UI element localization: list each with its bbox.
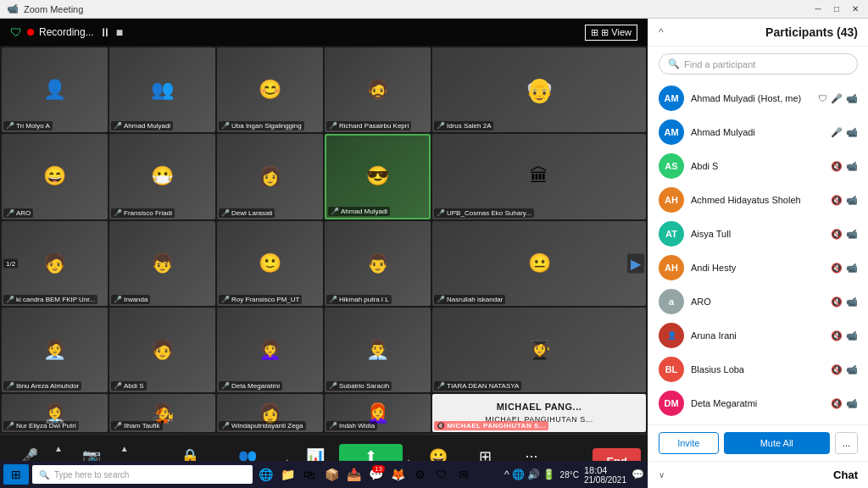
video-cell: 🧑‍💼 🎤 Ibnu Areza Almuhdor	[2, 308, 108, 392]
taskbar-badge-icon[interactable]: 13 💬	[366, 465, 385, 484]
mic-muted-icon: 🔇	[831, 398, 843, 409]
video-cell: 👨‍💼 🎤 Subatrio Saracih	[325, 308, 431, 392]
taskbar-folder-icon[interactable]: 📁	[278, 465, 297, 484]
video-cell: 🧑 🎤 Abdi S	[109, 308, 215, 392]
participant-name: Deta Megaratmi	[691, 398, 824, 408]
taskbar-search[interactable]: 🔍 Type here to search	[32, 465, 253, 484]
recording-pause-button[interactable]: ⏸	[99, 25, 111, 39]
mic-muted-icon: 🎤	[437, 209, 445, 217]
list-item[interactable]: AH Andi Hesty 🔇 📹	[648, 251, 868, 285]
sidebar-collapse-icon[interactable]: ^	[659, 26, 664, 38]
avatar: DM	[659, 391, 684, 416]
taskbar-store-icon[interactable]: 🛍	[300, 465, 319, 484]
mic-muted-icon: 🎤	[114, 296, 122, 303]
sidebar-header: ^ Participants (43)	[648, 19, 868, 47]
taskbar-temperature: 28°C	[560, 470, 579, 480]
mic-muted-icon: 🎤	[6, 209, 14, 217]
mic-muted-icon: 🔇	[831, 263, 843, 274]
list-item[interactable]: AH Achmed Hidayatus Sholeh 🔇 📹	[648, 183, 868, 217]
recording-stop-button[interactable]: ■	[116, 25, 123, 39]
taskbar-edge-icon[interactable]: 🌐	[256, 465, 275, 484]
video-cell: 🏛 🎤 UPB_Cosmas Eko Suhary...	[432, 134, 646, 219]
participant-name: ARO	[691, 297, 824, 307]
close-button[interactable]: ✕	[849, 3, 861, 15]
mic-muted-icon: 🎤	[114, 122, 122, 130]
video-grid: 👤 🎤 Tri Molyo A 👥 🎤 Ahmad Mulyadi 😊 🎤 Ub…	[0, 46, 648, 434]
taskbar-clock: 18:04 21/08/2021	[584, 465, 626, 485]
video-cell: 👩 🎤 Dewi Larasati	[217, 134, 323, 219]
chat-section[interactable]: ∨ Chat	[648, 461, 868, 488]
date-display: 21/08/2021	[584, 475, 626, 485]
list-item[interactable]: AS Abdi S 🔇 📹	[648, 149, 868, 183]
video-cell: 👩‍🎓 🎤 TIARA DEAN NATASYA	[432, 308, 646, 392]
video-cell: 👩 🎤 Windaputridayanti Zega	[217, 394, 323, 432]
taskbar-app-icon[interactable]: 📦	[322, 465, 341, 484]
mic-muted-icon: 🎤	[437, 122, 445, 130]
mic-muted-icon: 🔇	[831, 364, 843, 375]
avatar: AT	[659, 221, 684, 247]
avatar: a	[659, 289, 684, 314]
notification-icon[interactable]: 💬	[632, 469, 644, 480]
recording-label: Recording...	[39, 26, 94, 38]
search-icon: 🔍	[39, 470, 49, 480]
more-options-button[interactable]: ...	[835, 432, 858, 454]
list-item[interactable]: AM Ahmad Mulyadi (Host, me) 🛡 🎤 📹	[648, 81, 868, 115]
search-icon: 🔍	[668, 58, 680, 69]
taskbar-browser-icon[interactable]: 🦊	[388, 465, 407, 484]
mic-muted-icon: 🎤	[329, 296, 337, 303]
participant-name: Blasius Loba	[691, 364, 824, 374]
list-item[interactable]: a ARO 🔇 📹	[648, 285, 868, 319]
participant-name: Aruna Irani	[691, 330, 824, 341]
host-shield-icon: 🛡	[818, 93, 827, 103]
list-item[interactable]: AT Aisya Tull 🔇 📹	[648, 217, 868, 251]
taskbar-mail-icon[interactable]: ✉	[454, 465, 473, 484]
list-item[interactable]: BL Blasius Loba 🔇 📹	[648, 352, 868, 386]
video-cell: 👦 🎤 Irwanda	[109, 221, 215, 306]
video-cell: 🙂 🎤 Roy Fransisco PM_UT	[217, 221, 323, 306]
avatar: AM	[659, 86, 684, 111]
title-bar: 📹 Zoom Meeting ─ □ ✕	[0, 0, 868, 19]
mic-muted-icon: 🔇	[831, 297, 843, 308]
mute-all-button[interactable]: Mute All	[724, 432, 830, 454]
window-title: Zoom Meeting	[24, 4, 83, 14]
start-button[interactable]: ⊞	[3, 464, 29, 485]
mic-muted-icon: 🔇	[831, 330, 843, 341]
mic-icon: 🎤	[831, 127, 843, 138]
invite-button[interactable]: Invite	[659, 432, 719, 454]
mic-muted-icon: 🎤	[6, 296, 14, 303]
mic-muted-icon: 🔇	[831, 195, 843, 206]
mic-muted-icon: 🎤	[114, 422, 122, 430]
video-off-icon: 📹	[846, 398, 858, 409]
video-cell-michael: MICHAEL PANG...MICHAEL PANGIHUTAN S... 🔇…	[432, 394, 646, 432]
taskbar-settings-icon[interactable]: ⚙	[410, 465, 429, 484]
video-cell: 👴 🎤 Idrus Saleh 2A	[432, 47, 646, 132]
participant-name: Ahmad Mulyadi (Host, me)	[691, 93, 811, 103]
taskbar-dropbox-icon[interactable]: 📥	[344, 465, 363, 484]
avatar: AM	[659, 119, 684, 145]
participant-name: Andi Hesty	[691, 263, 824, 273]
participants-sidebar: ^ Participants (43) 🔍 Find a participant…	[648, 19, 868, 488]
participant-search[interactable]: 🔍 Find a participant	[659, 53, 858, 75]
mic-muted-icon: 🎤	[329, 422, 337, 430]
video-cell-active: 😎 🎤 Ahmad Mulyadi	[325, 134, 431, 219]
list-item[interactable]: AM Ahmad Mulyadi 🎤 📹	[648, 115, 868, 149]
mic-muted-icon: 🎤	[221, 209, 230, 217]
taskbar-security-icon[interactable]: 🛡	[432, 465, 451, 484]
minimize-button[interactable]: ─	[812, 3, 824, 15]
video-off-icon: 📹	[846, 229, 858, 240]
list-item[interactable]: 👤 Aruna Irani 🔇 📹	[648, 319, 868, 352]
tray-battery-icon: 🔋	[542, 469, 555, 480]
collapse-arrow-icon: ∨	[659, 470, 665, 480]
mic-muted-icon: 🎤	[221, 382, 230, 390]
avatar: BL	[659, 357, 684, 382]
video-cell: 😐 🎤 Nasrullah iskandar ▶	[432, 221, 646, 306]
list-item[interactable]: DM Deta Megaratmi 🔇 📹	[648, 386, 868, 420]
avatar: AH	[659, 187, 684, 213]
maximize-button[interactable]: □	[831, 3, 843, 15]
view-button[interactable]: ⊞ ⊞ View	[585, 25, 637, 41]
tray-up-icon[interactable]: ^	[504, 469, 509, 480]
mic-muted-icon: 🎤	[329, 382, 337, 390]
video-cell: 🧑 🎤 ki candra BEM FKIP Unr... 1/2	[2, 221, 108, 306]
mic-muted-icon: 🔇	[831, 229, 843, 240]
mic-muted-icon: 🎤	[437, 296, 445, 303]
